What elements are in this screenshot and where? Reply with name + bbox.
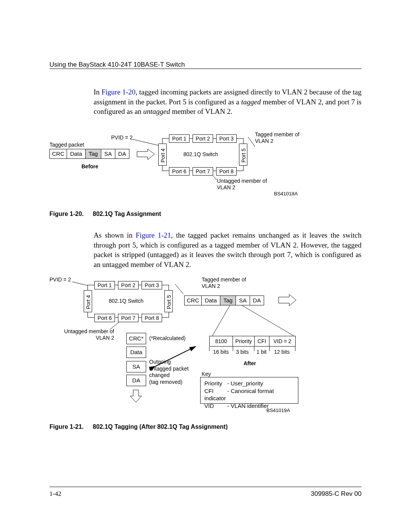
svg-line-4 bbox=[175, 284, 183, 294]
label-outgoing: Outgoing untagged packet changed (tag re… bbox=[149, 359, 189, 385]
port-8b: Port 8 bbox=[142, 314, 162, 322]
port-6b: Port 6 bbox=[94, 314, 115, 322]
port-5-label: Port 5 bbox=[241, 149, 247, 163]
text: As shown in bbox=[94, 231, 136, 239]
label-key-title: Key bbox=[202, 371, 211, 377]
port-2b: Port 2 bbox=[118, 281, 139, 289]
label-fig-code-2: BS41019A bbox=[266, 407, 290, 413]
switch-label: 802.1Q Switch bbox=[183, 151, 218, 157]
link-figure-1-21[interactable]: Figure 1-21 bbox=[136, 231, 171, 239]
port-7: Port 7 bbox=[193, 167, 213, 176]
port-1: Port 1 bbox=[169, 134, 190, 143]
tag-8100: 8100 bbox=[209, 336, 233, 347]
caption-figure-1-21: Figure 1-21.802.1Q Tagging (After 802.1Q… bbox=[49, 423, 362, 430]
t: untagged packet bbox=[149, 366, 189, 372]
pkt2-tag: Tag bbox=[220, 296, 236, 305]
text: member of VLAN 2. bbox=[170, 107, 233, 115]
t: changed bbox=[149, 372, 170, 378]
k: CFI bbox=[204, 387, 227, 395]
k: - VLAN identifier bbox=[227, 403, 269, 409]
caption-num: Figure 1-21. bbox=[49, 423, 84, 430]
label-tagged-member-2: Tagged member of VLAN 2 bbox=[202, 276, 251, 289]
svg-line-7 bbox=[242, 305, 294, 336]
pkt-tag: Tag bbox=[85, 149, 101, 159]
port-5b-label: Port 5 bbox=[166, 295, 172, 309]
svg-line-1 bbox=[248, 137, 255, 147]
pkt3-sa: SA bbox=[126, 361, 146, 372]
port-6: Port 6 bbox=[169, 167, 190, 176]
figure-1-20: PVID = 2 Tagged packet CRC Data Tag SA D… bbox=[49, 124, 362, 204]
port-4b-label: Port 4 bbox=[85, 295, 91, 309]
rule-top bbox=[49, 69, 362, 69]
pkt-sa: SA bbox=[101, 149, 115, 159]
link-figure-1-20[interactable]: Figure 1-20 bbox=[102, 88, 135, 96]
label-untagged-member-2: Untagged member of VLAN 2 bbox=[61, 328, 114, 341]
t: Outgoing bbox=[149, 359, 171, 365]
port-7b: Port 7 bbox=[118, 314, 139, 322]
t: (tag removed) bbox=[149, 379, 182, 385]
pkt2-crc: CRC bbox=[184, 296, 202, 305]
pkt3-crcstar: CRC* bbox=[126, 333, 146, 344]
caption-num: Figure 1-20. bbox=[49, 211, 84, 217]
label-tagged-packet: Tagged packet bbox=[49, 142, 84, 148]
port-3b: Port 3 bbox=[142, 281, 162, 289]
pkt-da: DA bbox=[115, 149, 129, 159]
caption-title: 802.1Q Tag Assignment bbox=[93, 211, 161, 217]
port-4-label: Port 4 bbox=[160, 149, 166, 163]
paragraph-2: As shown in Figure 1-21, the tagged pack… bbox=[94, 230, 362, 270]
k: VID bbox=[204, 402, 227, 410]
label-fig-code-1: BS41018A bbox=[274, 191, 298, 197]
label-recalc: (*Recalculated) bbox=[149, 335, 186, 341]
label-untagged-member: Untagged member of VLAN 2 bbox=[217, 178, 274, 191]
pkt3-data: Data bbox=[126, 347, 146, 358]
footer-page-number: 1-42 bbox=[49, 490, 61, 498]
port-3: Port 3 bbox=[216, 134, 237, 143]
running-head: Using the BayStack 410-24T 10BASE-T Swit… bbox=[49, 61, 362, 69]
bits-16: 16 bits bbox=[213, 349, 229, 355]
port-2: Port 2 bbox=[193, 134, 213, 143]
tag-cfi: CFI bbox=[254, 336, 269, 347]
pkt-data: Data bbox=[67, 149, 86, 159]
text-italic: untagged bbox=[143, 107, 170, 115]
rule-bottom bbox=[49, 487, 362, 487]
k: Priority bbox=[204, 380, 227, 387]
caption-figure-1-20: Figure 1-20.802.1Q Tag Assignment bbox=[49, 211, 362, 217]
pkt2-da: DA bbox=[250, 296, 264, 305]
text: In bbox=[94, 88, 102, 96]
pkt-crc: CRC bbox=[49, 149, 67, 159]
bits-3: 3 bits bbox=[236, 349, 249, 355]
switch-label-2: 802.1Q Switch bbox=[109, 298, 143, 304]
svg-line-6 bbox=[212, 305, 230, 336]
tag-vid: VID = 2 bbox=[269, 336, 296, 347]
label-before: Before bbox=[81, 163, 98, 169]
footer-doc-id: 309985-C Rev 00 bbox=[311, 490, 362, 498]
caption-title: 802.1Q Tagging (After 802.1Q Tag Assignm… bbox=[93, 423, 228, 430]
pkt2-data: Data bbox=[201, 296, 220, 305]
port-8: Port 8 bbox=[216, 167, 237, 176]
key-box: Priority- User_priority CFI- Canonical f… bbox=[200, 377, 298, 404]
port-1b: Port 1 bbox=[94, 281, 115, 289]
text-italic: tagged bbox=[241, 98, 261, 106]
label-after: After bbox=[244, 360, 256, 366]
pkt2-sa: SA bbox=[236, 296, 250, 305]
bits-12: 12 bits bbox=[274, 349, 290, 355]
paragraph-1: In Figure 1-20, tagged incoming packets … bbox=[94, 87, 362, 117]
pkt3-da: DA bbox=[126, 375, 146, 386]
label-pvid: PVID = 2 bbox=[111, 134, 132, 141]
k: - User_priority bbox=[227, 380, 263, 387]
tag-priority: Priority bbox=[233, 336, 255, 347]
label-tagged-member: Tagged member of VLAN 2 bbox=[255, 131, 304, 144]
label-pvid-2: PVID = 2 bbox=[49, 276, 71, 283]
figure-1-21: PVID = 2 802.1Q Switch Port 1 Port 2 Por… bbox=[49, 276, 362, 421]
bits-1: 1 bit bbox=[256, 349, 266, 355]
